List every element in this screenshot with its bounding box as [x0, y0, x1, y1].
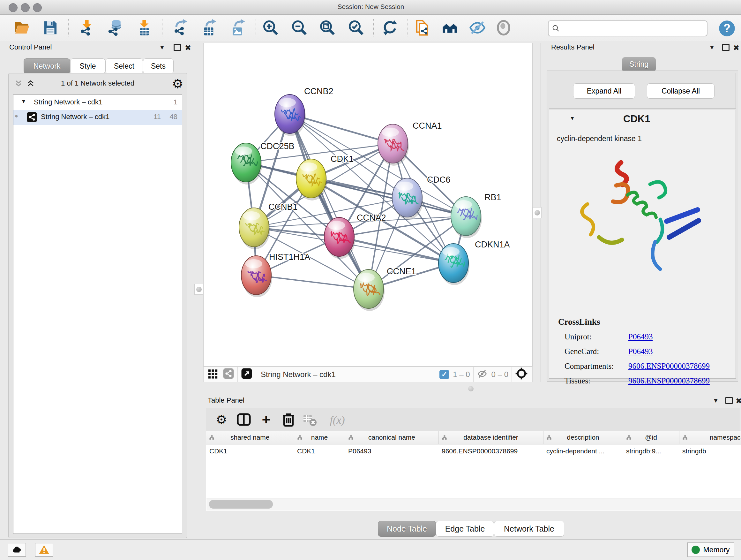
network-collection-row[interactable]: ▼ String Network – cdk1 1 — [13, 96, 182, 110]
show-columns-icon[interactable] — [235, 411, 253, 428]
expand-all-button[interactable]: Expand All — [573, 83, 635, 99]
column-header-description[interactable]: description — [543, 431, 623, 444]
collapse-panel-icon[interactable]: ▼ — [159, 44, 165, 51]
memory-button[interactable]: Memory — [687, 543, 734, 557]
collapse-all-button[interactable]: Collapse All — [647, 83, 715, 99]
tab-node-table[interactable]: Node Table — [378, 521, 436, 537]
table-cell[interactable]: cyclin-dependent ... — [543, 444, 623, 458]
first-neighbors-button[interactable] — [413, 18, 432, 37]
node-section-header[interactable]: ▼ CDK1 — [549, 110, 736, 129]
edge-HIST1H1A-CCNE1[interactable] — [256, 275, 368, 289]
search-input[interactable] — [562, 24, 707, 33]
table-cell[interactable]: CDK1 — [294, 444, 345, 458]
help-button[interactable]: ? — [718, 19, 736, 38]
network-options-gear-icon[interactable]: ⚙ — [172, 75, 184, 92]
selected-checkbox-icon[interactable]: ✓ — [440, 370, 449, 379]
function-builder-icon[interactable]: f(x) — [323, 411, 352, 429]
horizontal-scrollbar[interactable] — [206, 498, 741, 510]
node-CDKN1A[interactable]: CDKN1A — [439, 240, 510, 285]
network-title: String Network – cdk1 — [261, 370, 336, 379]
import-network-database-button[interactable] — [106, 18, 125, 37]
horizontal-splitter-grip[interactable] — [468, 386, 474, 391]
zoom-selected-button[interactable] — [347, 18, 365, 37]
crosslink-value-link[interactable]: 9606.ENSP00000378699 — [628, 362, 710, 371]
inspect-button[interactable] — [494, 18, 513, 37]
tab-select[interactable]: Select — [105, 58, 143, 74]
export-table-button[interactable] — [200, 18, 219, 37]
crosslink-label: Tissues: — [564, 376, 590, 385]
disclosure-triangle-icon[interactable]: ▼ — [21, 99, 26, 105]
scrollbar-thumb[interactable] — [209, 500, 273, 509]
save-session-button[interactable] — [41, 18, 60, 37]
table-cell[interactable]: stringdb:9... — [623, 444, 679, 458]
table-cell[interactable]: stringdb — [679, 444, 741, 458]
node-CDC25B[interactable]: CDC25B — [231, 141, 294, 185]
node-CCNA1[interactable]: CCNA1 — [378, 121, 442, 166]
tab-sets[interactable]: Sets — [143, 58, 174, 74]
column-header-database-identifier[interactable]: database identifier — [439, 431, 543, 444]
disclosure-triangle-icon[interactable]: ▼ — [569, 115, 575, 122]
column-header-namespace[interactable]: namespace — [679, 431, 741, 444]
node-RB1[interactable]: RB1 — [451, 192, 501, 238]
table-cell[interactable]: 9606.ENSP00000378699 — [439, 444, 543, 458]
left-splitter-grip[interactable] — [194, 284, 203, 295]
float-panel-icon[interactable] — [725, 397, 733, 406]
string-share-icon[interactable] — [223, 368, 234, 381]
export-network-button[interactable] — [172, 18, 190, 37]
right-splitter-grip[interactable] — [533, 207, 542, 218]
center-view-crosshair-icon[interactable] — [515, 367, 528, 381]
zoom-fit-button[interactable] — [318, 18, 337, 37]
column-header-name[interactable]: name — [294, 431, 345, 444]
warning-status-button[interactable] — [35, 543, 53, 557]
float-panel-icon[interactable] — [722, 44, 730, 53]
crosslink-value-link[interactable]: P06493 — [628, 347, 653, 356]
close-panel-icon[interactable]: ✖ — [733, 44, 739, 52]
birds-eye-grid-icon[interactable] — [207, 368, 218, 381]
tab-style[interactable]: Style — [70, 58, 105, 74]
node-CCNE1[interactable]: CCNE1 — [354, 266, 416, 311]
column-header--id[interactable]: @id — [623, 431, 679, 444]
delete-table-icon[interactable] — [300, 411, 319, 428]
cloud-status-button[interactable] — [8, 543, 26, 557]
edge-CCNA2-CDKN1A[interactable] — [339, 237, 454, 263]
node-CCNA2[interactable]: CCNA2 — [324, 213, 386, 259]
tab-network[interactable]: Network — [23, 58, 70, 74]
tab-network-table[interactable]: Network Table — [494, 521, 564, 537]
collapse-panel-icon[interactable]: ▼ — [713, 397, 719, 404]
float-panel-icon[interactable] — [174, 44, 181, 53]
network-graph[interactable]: CCNB2CCNA1CDC25BCDK1CDC6RB1CCNB1CCNA2CDK… — [204, 43, 532, 366]
export-image-button[interactable] — [229, 18, 247, 37]
table-row[interactable]: CDK1CDK1P064939606.ENSP00000378699cyclin… — [206, 444, 741, 458]
node-CCNB2[interactable]: CCNB2 — [275, 86, 333, 136]
delete-column-trash-icon[interactable] — [280, 411, 297, 428]
houses-button[interactable] — [441, 18, 459, 37]
crosslink-value-link[interactable]: P06493 — [628, 332, 653, 341]
hidden-eye-icon[interactable] — [477, 368, 488, 381]
create-column-plus-icon[interactable]: + — [257, 411, 275, 428]
node-CDK1[interactable]: CDK1 — [296, 154, 354, 200]
network-canvas[interactable]: CCNB2CCNA1CDC25BCDK1CDC6RB1CCNB1CCNA2CDK… — [203, 43, 533, 367]
table-cell[interactable]: CDK1 — [206, 444, 294, 458]
open-session-button[interactable] — [12, 18, 31, 37]
collapse-panel-icon[interactable]: ▼ — [709, 44, 715, 51]
table-cell[interactable]: P06493 — [345, 444, 439, 458]
table-options-gear-icon[interactable]: ⚙ — [212, 411, 230, 428]
crosslink-value-link[interactable]: 9606.ENSP00000378699 — [628, 376, 710, 385]
show-hide-graphics-button[interactable] — [468, 18, 487, 37]
node-HIST1H1A[interactable]: HIST1H1A — [241, 252, 310, 297]
import-table-file-button[interactable] — [135, 18, 153, 37]
node-CDC6[interactable]: CDC6 — [392, 175, 451, 220]
tab-string[interactable]: String — [622, 57, 656, 72]
tab-edge-table[interactable]: Edge Table — [436, 521, 494, 537]
refresh-view-button[interactable] — [381, 18, 399, 37]
close-panel-icon[interactable]: ✖ — [185, 44, 191, 52]
zoom-in-button[interactable] — [261, 18, 280, 37]
edge-CCNB2-CCNE1[interactable] — [290, 114, 368, 289]
column-header-shared-name[interactable]: shared name — [206, 431, 294, 444]
import-network-file-button[interactable] — [77, 18, 96, 37]
network-row[interactable]: ● String Network – cdk1 11 48 — [13, 110, 182, 125]
open-in-browser-icon[interactable] — [241, 368, 253, 381]
column-header-canonical-name[interactable]: canonical name — [345, 431, 439, 444]
close-panel-icon[interactable]: ✖ — [736, 396, 741, 406]
zoom-out-button[interactable] — [290, 18, 309, 37]
